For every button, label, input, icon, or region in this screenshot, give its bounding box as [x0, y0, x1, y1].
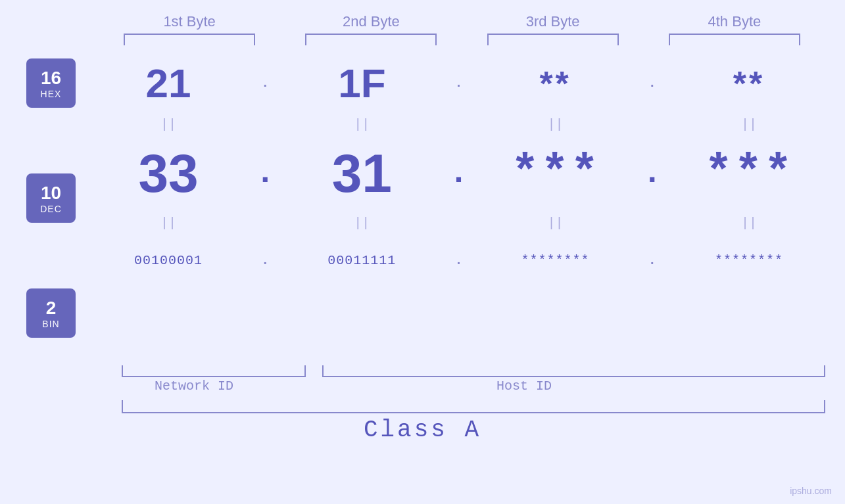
bracket-top-1 — [124, 34, 255, 45]
network-bracket — [122, 365, 306, 377]
bin-number: 2 — [46, 298, 57, 319]
host-bracket — [322, 365, 825, 377]
dec-label: DEC — [40, 204, 62, 214]
byte2-header: 2nd Byte — [305, 13, 437, 30]
hex-b4: ** — [683, 64, 815, 103]
left-labels: 16 HEX 10 DEC 2 BIN — [0, 52, 92, 338]
host-id-label: Host ID — [496, 378, 552, 394]
sep1-b2: || — [296, 117, 427, 132]
content-area: 16 HEX 10 DEC 2 BIN 21 . 1F . ** . ** — [0, 52, 845, 338]
dec-number: 10 — [41, 183, 61, 204]
bracket-top-2 — [305, 34, 437, 45]
sep1-b1: || — [103, 117, 234, 132]
sep2-b3: || — [490, 216, 621, 231]
dec-dot2: . — [448, 157, 468, 190]
dec-row: 33 . 31 . *** . *** — [92, 134, 825, 213]
bin-badge: 2 BIN — [26, 288, 76, 338]
top-bracket-row — [0, 34, 845, 45]
bin-row: 00100001 . 00011111 . ******** . *******… — [92, 233, 825, 288]
hex-dot3: . — [642, 76, 662, 91]
hex-row: 21 . 1F . ** . ** — [92, 52, 825, 114]
sep2-b1: || — [103, 216, 234, 231]
hex-label: HEX — [41, 89, 62, 99]
outer-bracket — [122, 400, 825, 413]
dec-dot1: . — [255, 157, 275, 190]
bin-b3: ******** — [490, 253, 621, 268]
main-grid: 21 . 1F . ** . ** || || || || 33 — [92, 52, 845, 338]
hex-badge: 16 HEX — [26, 58, 76, 108]
hex-b3: ** — [490, 64, 621, 103]
bin-dot1: . — [255, 253, 275, 268]
bin-b1: 00100001 — [103, 253, 234, 268]
bin-b4: ******** — [683, 253, 815, 268]
main-container: 1st Byte 2nd Byte 3rd Byte 4th Byte 16 H… — [0, 0, 845, 504]
bin-dot3: . — [642, 253, 662, 268]
hex-b1: 21 — [103, 60, 234, 106]
hex-number: 16 — [41, 68, 61, 89]
sep-row-1: || || || || — [92, 114, 825, 134]
sep2-b4: || — [683, 216, 815, 231]
dec-dot3: . — [642, 157, 662, 190]
bin-label: BIN — [42, 319, 59, 329]
byte1-header: 1st Byte — [124, 13, 255, 30]
dec-b4: *** — [683, 147, 815, 200]
sep1-b4: || — [683, 117, 815, 132]
bin-b2: 00011111 — [296, 253, 427, 268]
sep1-b3: || — [490, 117, 621, 132]
byte4-header: 4th Byte — [669, 13, 800, 30]
watermark: ipshu.com — [790, 486, 832, 496]
bracket-top-3 — [487, 34, 619, 45]
byte-headers: 1st Byte 2nd Byte 3rd Byte 4th Byte — [0, 13, 845, 30]
bin-dot2: . — [448, 253, 468, 268]
sep2-b2: || — [296, 216, 427, 231]
network-id-label: Network ID — [155, 378, 233, 394]
dec-badge: 10 DEC — [26, 173, 76, 223]
dec-b1: 33 — [103, 143, 234, 204]
bottom-bracket-area: Network ID Host ID — [0, 341, 845, 394]
sep-row-2: || || || || — [92, 213, 825, 233]
class-label: Class A — [364, 417, 481, 444]
bracket-top-4 — [669, 34, 800, 45]
hex-dot1: . — [255, 76, 275, 91]
dec-b2: 31 — [296, 143, 427, 204]
dec-b3: *** — [490, 147, 621, 200]
hex-dot2: . — [448, 76, 468, 91]
hex-b2: 1F — [296, 60, 427, 106]
byte3-header: 3rd Byte — [487, 13, 619, 30]
class-area: Class A — [0, 397, 845, 456]
